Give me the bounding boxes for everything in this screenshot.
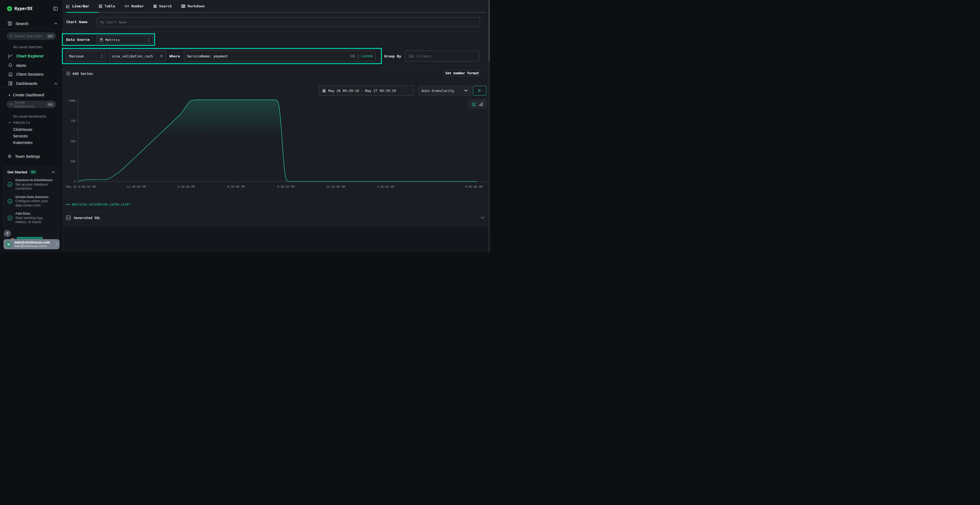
check-circle-icon: [7, 182, 13, 187]
data-source-select[interactable]: Metrics: [97, 36, 153, 44]
get-started-item[interactable]: Create Data Sources Configure where your…: [7, 195, 55, 208]
group-by-label: Group By: [384, 54, 401, 58]
chart-explorer-icon: [8, 54, 13, 58]
tab-markdown[interactable]: Markdown: [181, 4, 205, 8]
collapse-sidebar-icon[interactable]: [53, 7, 58, 11]
get-started-item-title: Add Data: [15, 212, 55, 216]
chevron-up-icon[interactable]: [54, 83, 57, 85]
aggregation-select[interactable]: Maximum: [66, 51, 106, 62]
sidebar-item-dashboards[interactable]: Dashboards: [8, 81, 37, 86]
plus-icon: +: [8, 92, 11, 97]
y-axis-tick-label: 100K: [68, 99, 76, 102]
chart-explorer-label: Chart Explorer: [16, 54, 44, 58]
tab-search[interactable]: Search: [153, 4, 172, 8]
gear-icon: ⚙: [8, 154, 11, 159]
y-axis-tick-label: 0: [74, 180, 75, 183]
legend-label: max(visa_validation_cache.size): [72, 202, 130, 206]
scrollbar[interactable]: [488, 0, 490, 252]
get-started-item-title: Create Data Sources: [15, 195, 55, 199]
chevron-down-icon[interactable]: [481, 217, 485, 219]
line-chart-icon: [66, 4, 70, 8]
y-axis-tick-label: 25K: [70, 160, 76, 163]
chart-name-input[interactable]: [97, 17, 480, 27]
lucene-mode-toggle[interactable]: Lucene: [361, 54, 373, 58]
sidebar: HyperDX Search Saved Searches ⌘K No save…: [0, 0, 63, 252]
search-icon: [10, 103, 13, 106]
where-value: ServiceName: payment: [187, 54, 348, 58]
set-number-format-button[interactable]: Set number format: [444, 70, 480, 76]
generated-sql-row[interactable]: Generated SQL: [66, 214, 485, 222]
tab-underline-track: [98, 12, 487, 13]
x-axis-tick-label: 3:30:00 AM: [377, 185, 394, 188]
create-dashboard-button[interactable]: + Create Dashboard: [8, 92, 44, 97]
tab-number[interactable]: 123 Number: [124, 4, 144, 8]
run-query-button[interactable]: [473, 86, 487, 95]
saved-searches-input[interactable]: Saved Searches ⌘K: [6, 32, 56, 40]
get-started-item[interactable]: Connect to ClickHouse Set up your databa…: [7, 178, 55, 191]
shortcut-badge: ⌘K: [46, 102, 54, 106]
data-source-value: Metrics: [105, 38, 146, 42]
group-by-input[interactable]: [405, 51, 480, 62]
preset-services[interactable]: Services: [13, 134, 28, 138]
laptop-icon: [8, 72, 13, 76]
user-menu[interactable]: D dale@clickhouse.com dale@clickhouse.co…: [3, 239, 60, 249]
view-tabs: Line/Bar Table 123 Number Search Markdow…: [66, 0, 205, 12]
search-icon: [10, 35, 13, 38]
get-started-item-title: Connect to ClickHouse: [15, 178, 55, 183]
chart-legend[interactable]: max(visa_validation_cache.size): [66, 202, 130, 206]
preset-kubernetes[interactable]: Kubernetes: [13, 140, 33, 145]
granularity-select[interactable]: Auto Granularity: [418, 86, 471, 95]
hyperdx-app: HyperDX Search Saved Searches ⌘K No save…: [0, 0, 490, 252]
check-circle-icon: [7, 199, 13, 204]
check-circle-icon: [7, 215, 13, 221]
x-axis-tick-label: May 26 9:00:00 AM: [67, 185, 95, 188]
scrollbar-thumb[interactable]: [488, 0, 490, 61]
dashboards-label: Dashboards: [16, 81, 37, 86]
chevron-right-icon: [55, 243, 57, 246]
hyperdx-logo-icon: [7, 6, 12, 11]
logo[interactable]: HyperDX: [7, 6, 33, 11]
tab-table[interactable]: Table: [99, 4, 115, 8]
user-email: dale@clickhouse.com: [14, 241, 53, 245]
saved-dashboards-input[interactable]: Saved Dashboards ⌘K: [6, 101, 56, 108]
metric-tag[interactable]: visa_validation_cach: [109, 51, 166, 62]
chevron-up-icon[interactable]: [52, 171, 55, 173]
date-range-input[interactable]: May 26 09:29:19 - May 27 09:29:19: [319, 86, 414, 95]
no-saved-searches-text: No saved searches: [13, 45, 42, 49]
x-axis-tick-label: 6:30:00 PM: [227, 185, 245, 188]
y-axis-tick-label: 50K: [70, 140, 76, 143]
x-axis-tick-label: 9:30:00 PM: [277, 185, 294, 188]
markdown-icon: [181, 4, 185, 8]
get-started-item[interactable]: Add Data Start sending logs, metrics, or…: [7, 212, 55, 224]
sql-mode-toggle[interactable]: SQL: [350, 54, 356, 58]
x-axis-tick-label: 9:00:00 AM: [465, 185, 482, 188]
preset-clickhouse[interactable]: ClickHouse: [13, 127, 32, 132]
mode-divider: |: [358, 54, 360, 58]
sidebar-item-alerts[interactable]: Alerts: [8, 63, 26, 68]
user-subtitle: dale@clickhouse.com's: [14, 245, 53, 248]
tab-line-bar[interactable]: Line/Bar: [66, 4, 89, 8]
x-axis-tick-label: 12:30:00 PM: [127, 185, 146, 188]
close-icon[interactable]: [160, 55, 163, 57]
add-series-button[interactable]: Add Series: [66, 71, 93, 76]
chevron-up-icon[interactable]: [54, 22, 57, 24]
get-started-item-desc: Set up your database connection: [15, 183, 55, 191]
help-button[interactable]: ?: [4, 230, 11, 237]
saved-searches-placeholder: Saved Searches: [15, 34, 45, 38]
sidebar-item-client-sessions[interactable]: Client Sessions: [8, 72, 43, 76]
aggregation-value: Maximum: [69, 54, 99, 58]
code-icon: [66, 216, 71, 220]
presets-header[interactable]: PRESETS: [8, 121, 30, 124]
data-source-label: Data Source: [66, 38, 89, 41]
x-axis-tick-label: 3:30:00 PM: [178, 185, 195, 188]
sidebar-item-chart-explorer[interactable]: Chart Explorer: [8, 54, 44, 58]
updown-chevrons-icon: [148, 38, 150, 41]
series-area: [78, 100, 477, 181]
where-input[interactable]: ServiceName: payment SQL | Lucene: [184, 51, 375, 62]
line-chart: 025K50K75K100KMay 26 9:00:00 AM12:30:00 …: [63, 95, 487, 189]
get-started-progress-badge: 3/3: [29, 170, 37, 174]
sidebar-item-team-settings[interactable]: ⚙ Team Settings: [8, 154, 40, 159]
where-label: Where: [169, 54, 180, 58]
sidebar-section-search[interactable]: Search: [8, 21, 29, 26]
team-settings-label: Team Settings: [15, 154, 40, 159]
